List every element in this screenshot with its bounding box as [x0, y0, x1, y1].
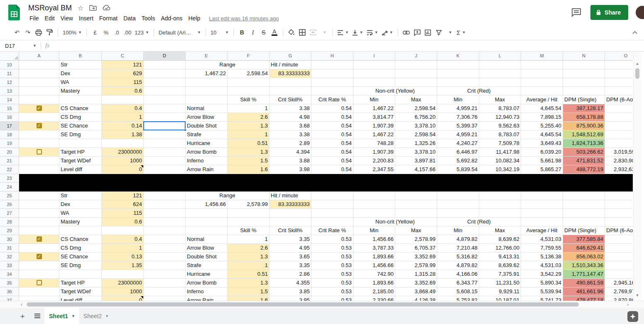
cell-H30[interactable]: 0.53 — [311, 235, 353, 244]
cell-O32[interactable] — [605, 253, 633, 261]
increase-decimal-button[interactable]: .00 — [122, 27, 133, 38]
cell-M18[interactable]: 4,645.54 — [521, 130, 563, 139]
last-edit-link[interactable]: Last edit was 16 minutes ago — [209, 15, 279, 22]
cell-N35[interactable]: 490,861.59 — [563, 279, 605, 287]
format-percent-button[interactable]: % — [100, 27, 111, 38]
cell-H26[interactable] — [311, 200, 353, 209]
cell-D10[interactable] — [144, 61, 186, 69]
row-header-11[interactable]: 11 — [0, 69, 19, 78]
cell-G21[interactable]: 3.88 — [269, 157, 311, 165]
row-header-23[interactable]: 23 — [0, 174, 19, 183]
cell-D12[interactable] — [144, 78, 186, 87]
cell-C11[interactable]: 629 — [102, 69, 144, 78]
cell-B28[interactable]: Mastery — [59, 218, 102, 226]
borders-button[interactable] — [297, 27, 308, 38]
row-header-34[interactable]: 34 — [0, 270, 19, 279]
cell-C30[interactable]: 0.4 — [102, 235, 144, 244]
cell-E20[interactable]: Arrow Bomb — [186, 148, 228, 157]
cell-K35[interactable]: 6,343.77 — [437, 279, 479, 287]
row-header-27[interactable]: 27 — [0, 209, 19, 218]
cell-H21[interactable]: 0.54 — [311, 157, 353, 165]
cell-F15[interactable]: 1 — [228, 104, 269, 113]
column-header-C[interactable]: C — [102, 52, 144, 61]
cell-K11[interactable] — [437, 69, 479, 78]
cell-C31[interactable]: 1 — [102, 244, 144, 253]
cell-A14[interactable] — [19, 96, 59, 104]
text-wrap-button[interactable]: ▼ — [365, 27, 380, 38]
cell-A37[interactable] — [19, 296, 59, 301]
cell-B30[interactable]: CS Chance — [59, 235, 102, 244]
cell-E14[interactable] — [186, 96, 228, 104]
cell-M11[interactable] — [521, 69, 563, 78]
menu-file[interactable]: File — [27, 14, 42, 22]
cell-C18[interactable]: 1.38 — [102, 130, 144, 139]
cell-M21[interactable]: 5,661.98 — [521, 157, 563, 165]
cell-O10[interactable] — [605, 61, 633, 69]
cell-K28[interactable]: Crit (Red) — [437, 218, 521, 226]
cell-I25[interactable] — [353, 191, 395, 200]
cell-A28[interactable] — [19, 218, 59, 226]
cell-O14[interactable]: DPM (6-AoE) — [605, 96, 633, 104]
cell-D35[interactable] — [144, 279, 186, 287]
scroll-right-icon[interactable]: › — [627, 302, 629, 307]
cell-M17[interactable]: 5,255.40 — [521, 122, 563, 130]
cell-K12[interactable] — [437, 78, 479, 87]
cell-D32[interactable] — [144, 253, 186, 261]
column-header-N[interactable]: N — [563, 52, 605, 61]
cell-K15[interactable]: 4,959.21 — [437, 104, 479, 113]
column-header-G[interactable]: G — [269, 52, 311, 61]
cell-I27[interactable] — [353, 209, 395, 218]
column-header-L[interactable]: L — [479, 52, 521, 61]
cell-M12[interactable] — [521, 78, 563, 87]
cell-F33[interactable]: 1 — [228, 261, 269, 270]
menu-tools[interactable]: Tools — [139, 14, 158, 22]
functions-button[interactable]: Σ▼ — [455, 27, 468, 38]
cell-A17[interactable]: ✓ — [19, 122, 59, 130]
font-select[interactable]: Default (Ari…▼ — [157, 27, 203, 38]
cloud-status-icon[interactable] — [103, 5, 111, 11]
cell-E19[interactable]: Hurricane — [186, 139, 228, 148]
cell-C16[interactable]: 1 — [102, 113, 144, 122]
cell-M35[interactable]: 5,890.34 — [521, 279, 563, 287]
row-header-29[interactable]: 29 — [0, 226, 19, 235]
cell-O29[interactable]: DPM (6-AoE) — [605, 226, 633, 235]
cell-K32[interactable]: 5,316.82 — [437, 253, 479, 261]
cell-E17[interactable]: Double Shot — [186, 122, 228, 130]
cell-H37[interactable]: 0.53 — [311, 296, 353, 301]
cell-F22[interactable]: 1.6 — [228, 165, 269, 174]
cell-O20[interactable]: 3,019,599.72 — [605, 148, 633, 157]
cell-J10[interactable] — [395, 61, 437, 69]
cell-L34[interactable]: 7,375.91 — [479, 270, 521, 279]
cell-E31[interactable]: Arrow Blow — [186, 244, 228, 253]
cell-F20[interactable]: 1.3 — [228, 148, 269, 157]
cell-M29[interactable]: Average / Hit — [521, 226, 563, 235]
cell-E36[interactable]: Inferno — [186, 287, 228, 296]
row-header-35[interactable]: 35 — [0, 279, 19, 287]
cell-F35[interactable]: 1.3 — [228, 279, 269, 287]
cell-G32[interactable]: 3.65 — [269, 253, 311, 261]
cell-C13[interactable]: 0.6 — [102, 87, 144, 96]
cell-K34[interactable]: 4,166.06 — [437, 270, 479, 279]
cell-I31[interactable]: 3,787.33 — [353, 244, 395, 253]
select-all-corner[interactable] — [0, 52, 19, 61]
cell-M28[interactable] — [521, 218, 563, 226]
cell-B15[interactable]: CS Chance — [59, 104, 102, 113]
cell-J18[interactable]: 2,598.54 — [395, 130, 437, 139]
cell-L27[interactable] — [479, 209, 521, 218]
cell-I20[interactable]: 1,907.39 — [353, 148, 395, 157]
cell-G22[interactable]: 3.98 — [269, 165, 311, 174]
cell-C37[interactable]: 0 — [102, 296, 144, 301]
cell-H15[interactable]: 0.54 — [311, 104, 353, 113]
horizontal-scrollbar-thumb[interactable] — [27, 302, 579, 307]
document-title[interactable]: MSRoyal BM — [28, 4, 72, 12]
strikethrough-button[interactable]: S — [258, 27, 269, 38]
cell-C15[interactable]: 0.4 — [102, 104, 144, 113]
cell-E16[interactable]: Arrow Blow — [186, 113, 228, 122]
cell-J19[interactable]: 1,325.26 — [395, 139, 437, 148]
cell-B17[interactable]: SE Chance — [59, 122, 102, 130]
cell-E37[interactable]: Arrow Rain — [186, 296, 228, 301]
cell-J21[interactable]: 3,897.81 — [395, 157, 437, 165]
merge-cells-dropdown[interactable]: ▼ — [318, 27, 329, 38]
cell-A29[interactable] — [19, 226, 59, 235]
cell-O11[interactable] — [605, 69, 633, 78]
